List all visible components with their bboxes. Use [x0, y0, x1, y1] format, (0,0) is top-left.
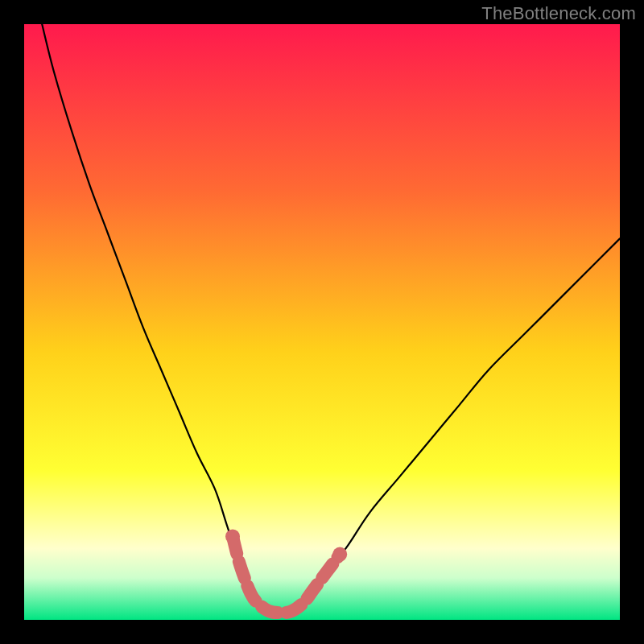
chart-frame: TheBottleneck.com: [0, 0, 644, 644]
highlight-endpoint: [225, 529, 240, 543]
bottleneck-chart: [24, 24, 620, 620]
gradient-background: [24, 24, 620, 620]
highlight-endpoint: [332, 547, 347, 562]
watermark-text: TheBottleneck.com: [481, 3, 636, 24]
plot-area: [24, 24, 620, 620]
